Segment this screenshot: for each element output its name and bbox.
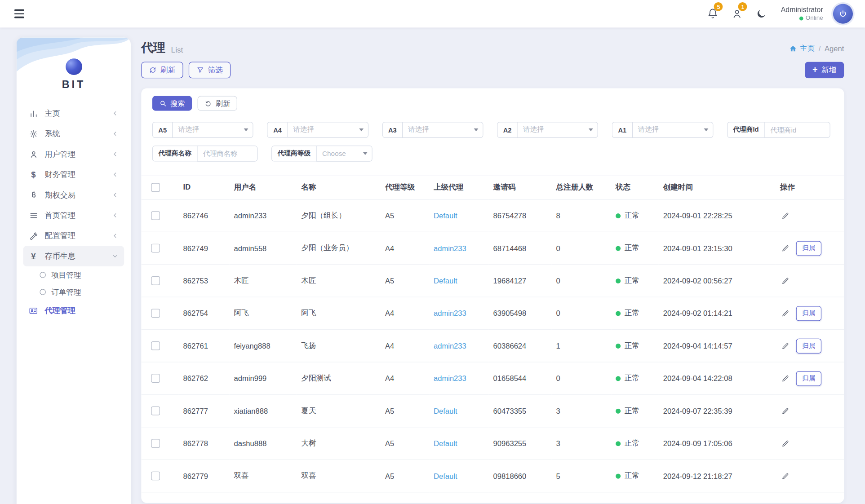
edit-button[interactable] bbox=[780, 438, 790, 449]
cell-username: admin999 bbox=[230, 362, 297, 394]
sidebar-subitem-orders[interactable]: 订单管理 bbox=[23, 283, 124, 301]
pencil-icon bbox=[781, 407, 789, 415]
search-row: 搜索 刷新 bbox=[152, 96, 833, 111]
assign-button[interactable]: 归属 bbox=[796, 306, 821, 321]
breadcrumb-home-link[interactable]: 主页 bbox=[789, 44, 815, 53]
parent-agent-link[interactable]: Default bbox=[434, 439, 457, 447]
row-checkbox[interactable] bbox=[151, 374, 160, 383]
sidebar-item-agent-mgmt[interactable]: 代理管理 bbox=[23, 301, 124, 321]
search-button[interactable]: 搜索 bbox=[152, 96, 192, 111]
breadcrumb: 主页 / Agent bbox=[789, 44, 844, 55]
edit-button[interactable] bbox=[780, 373, 790, 384]
row-checkbox[interactable] bbox=[151, 341, 160, 350]
status-dot bbox=[616, 311, 621, 316]
status-badge: 正常 bbox=[616, 243, 654, 253]
add-button[interactable]: + 新增 bbox=[805, 62, 844, 79]
filter-row-1: A5 请选择 A4 请选择 A3 bbox=[152, 122, 833, 138]
parent-agent-link[interactable]: Default bbox=[434, 407, 457, 415]
sidebar-item-config[interactable]: 配置管理 bbox=[23, 225, 124, 246]
sidebar-item-label: 存币生息 bbox=[44, 251, 75, 261]
select-all-checkbox[interactable] bbox=[151, 183, 160, 192]
parent-agent-link[interactable]: admin233 bbox=[434, 244, 466, 252]
logo: BIT bbox=[17, 37, 131, 91]
col-parent: 上级代理 bbox=[429, 175, 489, 199]
cell-invite: 60473355 bbox=[489, 395, 552, 427]
assign-button[interactable]: 归属 bbox=[796, 241, 821, 256]
filter-button[interactable]: 筛选 bbox=[189, 62, 231, 79]
row-checkbox[interactable] bbox=[151, 212, 160, 221]
filter-a2-select[interactable]: 请选择 bbox=[517, 122, 598, 138]
col-total: 总注册人数 bbox=[552, 175, 612, 199]
cell-created: 2024-09-01 22:28:25 bbox=[659, 199, 776, 232]
chevron-left-icon bbox=[111, 232, 119, 239]
parent-agent-link[interactable]: admin233 bbox=[434, 342, 466, 350]
filter-a3-select[interactable]: 请选择 bbox=[402, 122, 483, 138]
edit-button[interactable] bbox=[780, 406, 790, 416]
cell-level: A4 bbox=[381, 297, 429, 330]
sidebar-item-coin-interest[interactable]: ¥ 存币生息 bbox=[23, 246, 124, 266]
sidebar-item-label: 系统 bbox=[44, 129, 60, 139]
parent-agent-link[interactable]: Default bbox=[434, 472, 457, 480]
breadcrumb-current: Agent bbox=[825, 44, 844, 53]
filter-a1-select[interactable]: 请选择 bbox=[632, 122, 713, 138]
cell-id: 862749 bbox=[179, 232, 230, 265]
sidebar-item-home[interactable]: 主页 bbox=[23, 103, 124, 124]
filter-a4-select[interactable]: 请选择 bbox=[287, 122, 368, 138]
filter-a3-label: A3 bbox=[382, 122, 402, 138]
status-badge: 正常 bbox=[616, 406, 654, 416]
edit-button[interactable] bbox=[780, 211, 790, 221]
cell-name: 夕阳测试 bbox=[297, 362, 381, 394]
filter-a2-label: A2 bbox=[497, 122, 517, 138]
agent-name-input[interactable] bbox=[203, 150, 244, 158]
pending-users-button[interactable]: 1 bbox=[730, 7, 745, 21]
parent-agent-link[interactable]: Default bbox=[434, 277, 457, 285]
sidebar-item-system[interactable]: 系统 bbox=[23, 124, 124, 144]
menu-toggle-button[interactable] bbox=[12, 7, 27, 20]
app-root: 5 1 Administrator Online bbox=[0, 0, 865, 504]
sidebar-subitem-projects[interactable]: 项目管理 bbox=[23, 266, 124, 283]
row-checkbox[interactable] bbox=[151, 244, 160, 253]
sidebar-item-users[interactable]: 用户管理 bbox=[23, 144, 124, 164]
edit-button[interactable] bbox=[780, 308, 790, 318]
edit-button[interactable] bbox=[780, 341, 790, 351]
parent-agent-link[interactable]: Default bbox=[434, 212, 457, 220]
status-dot bbox=[616, 441, 621, 446]
row-checkbox[interactable] bbox=[151, 407, 160, 416]
refresh-button[interactable]: 刷新 bbox=[141, 62, 183, 79]
agent-id-input[interactable] bbox=[770, 126, 816, 134]
filter-a4-label: A4 bbox=[267, 122, 288, 138]
agent-level-select[interactable]: Choose bbox=[316, 146, 372, 162]
chevron-left-icon bbox=[111, 191, 119, 199]
filter-a5-select[interactable]: 请选择 bbox=[172, 122, 253, 138]
row-checkbox[interactable] bbox=[151, 439, 160, 448]
sidebar-menu: 主页 系统 用户管理 $ 财务管理 期权交易 bbox=[17, 91, 131, 321]
edit-button[interactable] bbox=[780, 471, 790, 481]
cell-id: 862746 bbox=[179, 199, 230, 232]
status-badge: 正常 bbox=[616, 211, 654, 221]
notification-bell-button[interactable]: 5 bbox=[706, 7, 720, 21]
row-checkbox[interactable] bbox=[151, 277, 160, 286]
edit-button[interactable] bbox=[780, 243, 790, 253]
assign-button[interactable]: 归属 bbox=[796, 339, 821, 354]
cell-id: 862777 bbox=[179, 395, 230, 427]
row-checkbox[interactable] bbox=[151, 309, 160, 318]
avatar[interactable] bbox=[833, 4, 853, 24]
chevron-down-icon bbox=[359, 129, 364, 132]
cell-created: 2024-09-02 01:14:21 bbox=[659, 297, 776, 330]
table-row: 862753 木匠 木匠 A5 Default 19684127 0 正常 20… bbox=[141, 265, 844, 297]
dark-mode-toggle[interactable] bbox=[754, 7, 769, 21]
parent-agent-link[interactable]: admin233 bbox=[434, 309, 466, 318]
chevron-down-icon bbox=[363, 152, 368, 155]
table-row: 862762 admin999 夕阳测试 A4 admin233 0165854… bbox=[141, 362, 844, 394]
row-checkbox[interactable] bbox=[151, 472, 160, 481]
user-status: Online bbox=[781, 14, 823, 22]
col-username: 用户名 bbox=[230, 175, 297, 199]
parent-agent-link[interactable]: admin233 bbox=[434, 374, 466, 382]
assign-button[interactable]: 归属 bbox=[796, 371, 821, 386]
sidebar-item-options-trading[interactable]: 期权交易 bbox=[23, 185, 124, 205]
sidebar-item-homepage-mgmt[interactable]: 首页管理 bbox=[23, 205, 124, 225]
cell-level: A5 bbox=[381, 265, 429, 297]
edit-button[interactable] bbox=[780, 276, 790, 286]
reset-button[interactable]: 刷新 bbox=[198, 96, 237, 111]
sidebar-item-finance[interactable]: $ 财务管理 bbox=[23, 164, 124, 185]
